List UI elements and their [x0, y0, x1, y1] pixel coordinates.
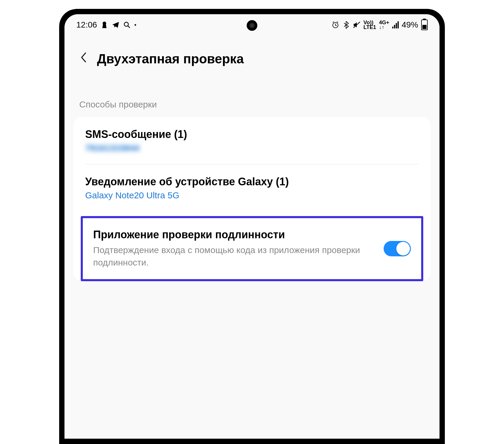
status-bar-right: Vo)) LTE1 4G+↓↑ 49% [332, 20, 428, 30]
status-bar-left: 12:06 • [76, 20, 136, 30]
alarm-icon [332, 21, 339, 29]
status-time: 12:06 [76, 20, 97, 30]
more-indicator: • [134, 22, 136, 28]
sms-phone-value: 79161315844 [85, 143, 419, 153]
sms-setting-item[interactable]: SMS-сообщение (1) 79161315844 [73, 117, 431, 164]
page-title: Двухэтапная проверка [97, 52, 244, 66]
network-type: 4G+↓↑ [379, 20, 389, 30]
volte-indicator: Vo)) LTE1 [364, 20, 376, 30]
app-icon-1 [101, 21, 108, 29]
search-icon [123, 21, 131, 29]
galaxy-title: Уведомление об устройстве Galaxy (1) [85, 176, 419, 188]
battery-percent: 49% [402, 20, 418, 30]
settings-card: SMS-сообщение (1) 79161315844 Уведомлени… [73, 117, 431, 281]
authenticator-title: Приложение проверки подлинности [93, 229, 375, 241]
svg-line-1 [128, 26, 130, 28]
svg-line-5 [333, 22, 334, 22]
page-header: Двухэтапная проверка [64, 33, 440, 76]
sms-title: SMS-сообщение (1) [85, 128, 419, 141]
galaxy-notification-item[interactable]: Уведомление об устройстве Galaxy (1) Gal… [73, 164, 431, 212]
signal-icon [392, 21, 399, 28]
phone-frame: 12:06 • [59, 9, 445, 444]
galaxy-device-value: Galaxy Note20 Ultra 5G [85, 190, 419, 200]
authenticator-app-item[interactable]: Приложение проверки подлинности Подтверж… [81, 216, 423, 281]
battery-icon [421, 20, 428, 30]
authenticator-toggle[interactable] [384, 241, 411, 256]
svg-line-6 [337, 22, 338, 22]
back-button[interactable] [79, 51, 88, 67]
svg-line-4 [335, 25, 337, 26]
camera-notch [247, 20, 257, 31]
mute-icon [353, 21, 361, 29]
authenticator-description: Подтверждение входа с помощью кода из пр… [93, 244, 375, 269]
bluetooth-icon [342, 21, 350, 29]
telegram-icon [112, 21, 119, 29]
phone-screen: 12:06 • [64, 14, 440, 439]
section-header: Способы проверки [64, 76, 440, 117]
svg-point-0 [124, 22, 128, 26]
